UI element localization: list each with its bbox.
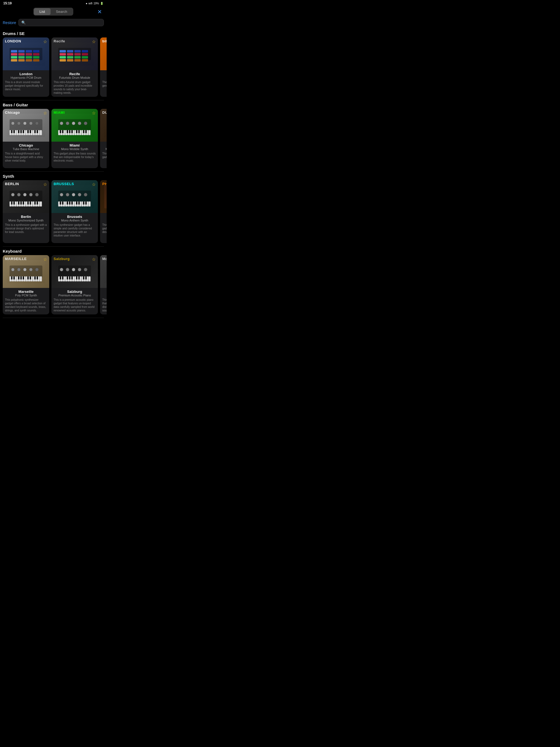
gadget-subtitle-berlin: Mono Synchronized Synth [5, 219, 47, 222]
svg-rect-2 [11, 50, 17, 52]
svg-rect-22 [74, 50, 81, 52]
gadget-card-bilbao[interactable]: bilbao☆BilbaoLightning Sample PlayerThe … [100, 37, 107, 97]
svg-rect-311 [78, 202, 80, 205]
gadget-name-miami: Miami [54, 143, 96, 147]
svg-point-257 [17, 193, 21, 196]
gadget-card-chicago[interactable]: Chicago☆ChicagoTube Bass MachineThis is … [3, 109, 49, 168]
svg-rect-157 [71, 130, 73, 133]
svg-rect-457 [67, 277, 68, 279]
svg-rect-461 [78, 277, 80, 279]
search-bar[interactable]: 🔍 [18, 19, 104, 26]
gadget-card-berlin[interactable]: BERLIN☆BerlinMono Synchronized SynthThis… [3, 180, 49, 243]
svg-rect-26 [74, 53, 81, 55]
svg-rect-24 [59, 53, 66, 55]
gadget-card-recife[interactable]: Recife☆RecifeFuturistic Drum ModuleThis … [51, 37, 98, 97]
gadget-star-recife[interactable]: ☆ [92, 39, 96, 44]
svg-rect-152 [88, 130, 91, 135]
svg-point-408 [23, 268, 27, 271]
gadget-label-overlay-phoenix: PHOENIX [102, 182, 107, 186]
gadget-info-brussels: BrusselsMono Anthem SynthThis synthesize… [51, 213, 98, 239]
svg-point-106 [23, 122, 27, 125]
gadget-card-montreal[interactable]: Montreal☆MontrealVintage Electric PianoT… [100, 255, 107, 314]
svg-rect-282 [34, 202, 36, 205]
svg-rect-133 [58, 119, 91, 131]
svg-point-108 [35, 122, 39, 125]
svg-rect-23 [82, 50, 88, 52]
section-drums-se: Drums / SELONDON☆LondonHypersonic PCM Dr… [0, 29, 107, 100]
gadget-label-overlay-chicago: Chicago [5, 110, 20, 114]
gadget-info-recife: RecifeFuturistic Drum ModuleThis retro-f… [51, 70, 98, 97]
gadget-info-montreal: MontrealVintage Electric PianoThis is an… [100, 288, 107, 314]
svg-rect-464 [104, 260, 107, 283]
restore-button[interactable]: Restore [3, 21, 16, 25]
svg-point-436 [60, 268, 63, 271]
gadget-card-london[interactable]: LONDON☆LondonHypersonic PCM DrumThis is … [3, 37, 49, 97]
gadget-card-miami[interactable]: MIAMI☆MiamiMono Wobble SynthThis gadget … [51, 109, 98, 168]
svg-rect-306 [62, 202, 63, 205]
wifi-icon: wifi [88, 2, 93, 5]
svg-point-135 [66, 122, 69, 125]
svg-rect-10 [11, 56, 17, 58]
gadget-row-synth: BERLIN☆BerlinMono Synchronized SynthThis… [0, 180, 107, 247]
svg-rect-158 [76, 130, 77, 133]
svg-rect-310 [76, 202, 77, 205]
svg-rect-124 [14, 130, 15, 133]
gadget-label-overlay-brussels: BRUSSELS [54, 182, 74, 186]
gadget-card-marseille[interactable]: MARSEILLE☆MarseillePoly PCM SynthThis po… [3, 255, 49, 314]
tab-search[interactable]: Search [51, 8, 73, 15]
gadget-star-berlin[interactable]: ☆ [43, 182, 47, 187]
gadget-image-miami: MIAMI☆ [51, 109, 98, 141]
close-button[interactable]: ✕ [96, 8, 103, 16]
svg-rect-103 [9, 119, 42, 131]
svg-rect-131 [36, 130, 38, 133]
svg-rect-4 [26, 50, 32, 52]
top-nav: List Search ✕ [0, 6, 107, 17]
svg-rect-17 [33, 59, 40, 61]
search-input[interactable] [27, 21, 101, 25]
search-icon: 🔍 [21, 21, 26, 25]
gadget-image-dublin: DUBLIN☆ [100, 109, 107, 141]
gadget-desc-berlin: This is a synthesizer gadget with a clas… [5, 223, 47, 234]
tab-list[interactable]: List [34, 8, 50, 15]
gadget-image-berlin: BERLIN☆ [3, 180, 49, 213]
signal-icon: ● [85, 2, 87, 5]
gadget-subtitle-montreal: Vintage Electric Piano [102, 294, 107, 297]
gadget-subtitle-miami: Mono Wobble Synth [54, 147, 96, 151]
svg-point-439 [78, 268, 81, 271]
svg-rect-255 [9, 190, 42, 203]
gadget-image-chicago: Chicago☆ [3, 109, 49, 141]
gadget-subtitle-salzburg: Premium Acoustic Piano [54, 294, 96, 297]
section-divider-keyboard [3, 318, 104, 318]
svg-point-288 [72, 193, 75, 196]
svg-point-260 [35, 193, 39, 196]
gadget-name-dublin: Dublin [102, 143, 107, 147]
gadget-name-brussels: Brussels [54, 215, 96, 219]
svg-rect-309 [71, 202, 73, 205]
gadget-star-brussels[interactable]: ☆ [92, 182, 96, 187]
gadget-star-miami[interactable]: ☆ [92, 110, 96, 115]
svg-rect-281 [30, 202, 31, 205]
svg-rect-280 [27, 202, 29, 205]
gadget-info-phoenix: PhoenixPoly Analogue SynthThis polyphoni… [100, 213, 107, 236]
gadget-label-overlay-miami: MIAMI [54, 110, 65, 114]
svg-rect-462 [83, 277, 84, 279]
svg-rect-33 [67, 59, 73, 61]
gadget-star-salzburg[interactable]: ☆ [92, 257, 96, 262]
svg-rect-20 [59, 50, 66, 52]
gadget-card-dublin[interactable]: DUBLIN☆DublinMono Semi-Modular SynthThis… [100, 109, 107, 168]
svg-rect-36 [104, 42, 107, 66]
svg-point-438 [72, 268, 75, 271]
gadget-star-chicago[interactable]: ☆ [43, 110, 47, 115]
main-content: Drums / SELONDON☆LondonHypersonic PCM Dr… [0, 28, 107, 319]
gadget-star-marseille[interactable]: ☆ [43, 257, 47, 262]
svg-point-104 [11, 122, 15, 125]
status-icons: ● wifi 19% 🔋 [85, 2, 103, 5]
gadget-card-brussels[interactable]: BRUSSELS☆BrusselsMono Anthem SynthThis s… [51, 180, 98, 243]
gadget-card-phoenix[interactable]: PHOENIX☆PhoenixPoly Analogue SynthThis p… [100, 180, 107, 243]
gadget-card-salzburg[interactable]: Salzburg☆SalzburgPremium Acoustic PianoT… [51, 255, 98, 314]
svg-rect-428 [21, 277, 22, 279]
svg-rect-424 [40, 277, 42, 281]
svg-rect-3 [18, 50, 25, 52]
svg-rect-276 [14, 202, 15, 205]
gadget-star-london[interactable]: ☆ [43, 39, 47, 44]
